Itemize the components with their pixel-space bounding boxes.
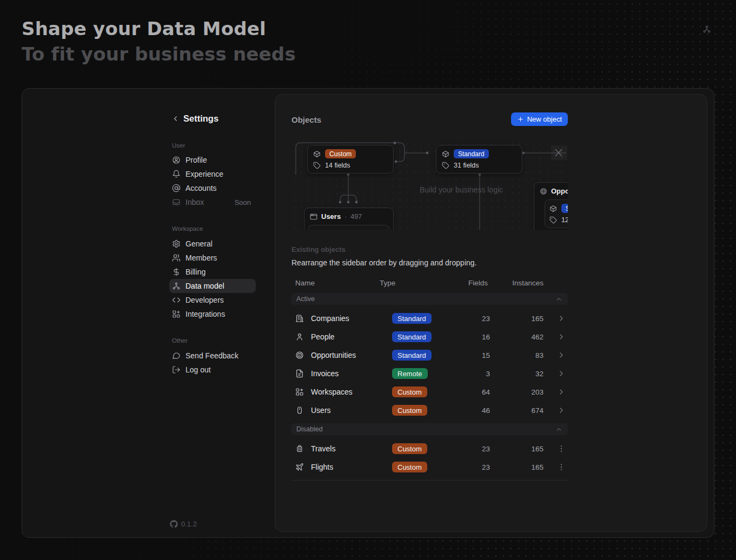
column-type: Type [380,279,395,287]
type-badge: Custom [325,149,356,158]
users-icon [172,254,181,262]
table-row-people[interactable]: People Standard 16 462 [291,328,568,346]
fields-value: 64 [482,383,490,401]
sidebar-item-profile[interactable]: Profile [169,153,256,167]
diagram-custom-object-card[interactable]: Custom 14 fields [307,145,394,174]
page-subtitle: To fit your business needs [22,43,296,65]
table-row-workspaces[interactable]: Workspaces Custom 64 203 [291,383,568,401]
sidebar-item-send-feedback[interactable]: Send Feedback [169,349,256,363]
table-row-invoices[interactable]: Invoices Remote 3 32 [291,364,568,383]
column-instances: Instances [512,279,543,287]
app-version: 0.1.2 [170,520,197,528]
table-row-travels[interactable]: Travels Custom 23 165 [291,439,568,458]
section-label-workspace: Workspace [169,225,256,234]
instances-value: 83 [535,346,543,364]
sidebar-item-label: Log out [185,365,211,374]
data-model-icon [172,282,181,290]
instances-value: 165 [531,309,543,328]
sidebar-item-label: Accounts [185,184,217,192]
chevron-left-icon [171,115,180,123]
sidebar-item-label: Integrations [185,310,225,318]
chevron-right-icon[interactable] [557,314,566,323]
user-circle-icon [172,156,181,164]
chevron-up-icon[interactable] [555,426,562,433]
sidebar-item-accounts[interactable]: Accounts [169,181,256,195]
table-row-users[interactable]: Users Custom 46 674 [291,401,568,419]
disabled-rows: Travels Custom 23 165 Flights Custom 23 … [291,439,568,476]
chevron-right-icon[interactable] [557,406,566,415]
kebab-menu-icon[interactable] [557,463,566,471]
target-icon [540,188,547,195]
object-name: Invoices [311,369,339,378]
table-row-flights[interactable]: Flights Custom 23 165 [291,458,568,476]
instance-count: 497 [350,213,362,221]
target-icon [295,351,304,359]
table-row-opportunities[interactable]: Opportunities Standard 15 83 [291,346,568,364]
sidebar-item-log-out[interactable]: Log out [169,363,256,377]
tag-icon [313,162,321,169]
mouse-icon [295,406,304,415]
app-window-icon [310,213,317,221]
object-name: Flights [311,463,333,471]
diagram-standard-object-card[interactable]: Standard 31 fields [436,145,522,174]
existing-objects-heading: Existing objects [291,245,346,254]
soon-badge: Soon [235,198,251,206]
box-icon [313,150,321,158]
sidebar-item-integrations[interactable]: Integrations [169,307,256,321]
chevron-up-icon[interactable] [555,296,562,303]
sidebar-item-label: Experience [185,170,223,178]
type-badge: Standard [392,313,432,324]
grid-plus-icon [172,310,181,318]
object-name: People [311,332,335,341]
diagram-opportunities-card[interactable]: Opportunities Standard 12 fields [534,182,568,230]
data-model-icon [702,25,711,34]
sidebar-item-label: Inbox [185,198,204,206]
existing-objects-description: Rearrange the sidebar order by dragging … [291,258,476,267]
section-label-user: User [169,142,256,151]
chevron-right-icon[interactable] [557,351,566,359]
group-label: Disabled [296,425,323,433]
table-row-companies[interactable]: Companies Standard 23 165 [291,309,568,328]
log-out-icon [172,365,181,374]
fields-value: 23 [482,458,490,476]
sidebar-item-developers[interactable]: Developers [169,293,256,307]
fields-count: 31 fields [454,162,479,169]
opportunities-card-body: Standard 12 fields [545,199,568,228]
tag-icon [442,162,449,169]
settings-back-button[interactable]: Settings [169,112,256,124]
sidebar-item-members[interactable]: Members [169,251,256,265]
new-object-label: New object [527,115,562,123]
sidebar-item-label: Billing [185,268,205,276]
settings-sidebar: Settings User Profile Experience Account… [169,112,256,377]
luggage-icon [295,444,304,453]
object-name: Companies [311,314,349,323]
tag-icon [549,216,557,224]
message-circle-icon [172,351,181,360]
sidebar-item-general[interactable]: General [169,237,256,251]
diagram-users-card[interactable]: Users · 497 [304,208,394,230]
type-badge: Custom [392,405,427,416]
instances-value: 203 [531,383,543,401]
objects-panel-title: Objects [291,115,321,124]
chevron-right-icon[interactable] [557,332,566,341]
fields-count: 12 fields [561,216,568,224]
type-badge: Remote [392,368,428,379]
code-icon [172,296,181,304]
object-name: Opportunities [551,187,568,195]
new-object-button[interactable]: New object [511,112,568,126]
kebab-menu-icon[interactable] [557,444,566,453]
sidebar-item-label: Data model [185,282,224,290]
chevron-right-icon[interactable] [557,388,566,396]
data-model-diagram[interactable]: Custom 14 fields Standard 31 fields [291,141,568,230]
group-header-active[interactable]: Active [291,293,568,305]
sidebar-item-experience[interactable]: Experience [169,167,256,181]
chevron-right-icon[interactable] [557,369,566,378]
sidebar-item-data-model[interactable]: Data model [169,279,256,293]
sidebar-item-billing[interactable]: Billing [169,265,256,279]
inbox-icon [172,198,181,206]
page-headline: Shape your Data Model To fit your busine… [22,18,296,65]
fields-value: 23 [482,439,490,458]
sidebar-item-label: Members [185,254,217,262]
active-rows: Companies Standard 23 165 People Standar… [291,309,568,419]
group-header-disabled[interactable]: Disabled [291,423,568,435]
